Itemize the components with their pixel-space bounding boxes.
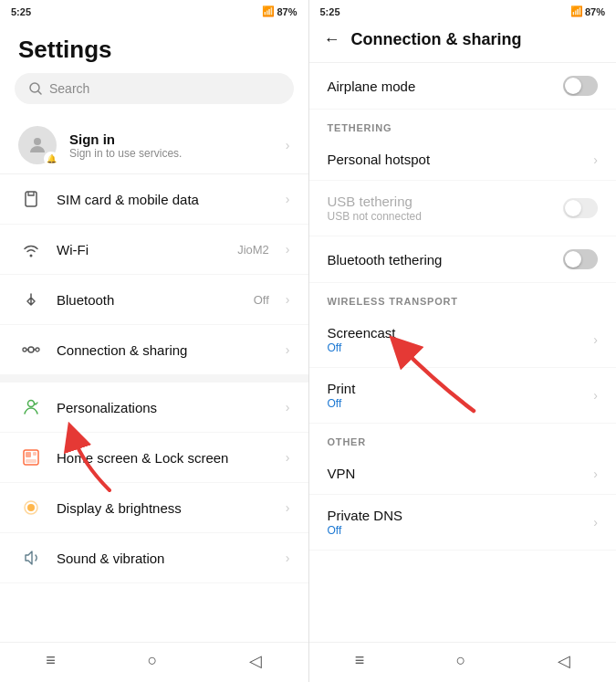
avatar: 🔔 xyxy=(18,126,57,164)
signal-icon-right: 📶 xyxy=(570,5,583,17)
right-panel: 5:25 📶 87% ← Connection & sharing Airpla… xyxy=(308,0,617,682)
settings-item-sim[interactable]: SIM card & mobile data › xyxy=(0,174,308,225)
search-bar[interactable]: Search xyxy=(15,73,294,104)
bell-badge: 🔔 xyxy=(44,152,58,166)
settings-title: Settings xyxy=(0,21,308,73)
search-icon xyxy=(29,82,42,95)
svg-rect-3 xyxy=(26,192,37,206)
status-bar-right: 5:25 📶 87% xyxy=(309,0,617,21)
sound-icon xyxy=(18,545,44,571)
airplane-toggle[interactable] xyxy=(563,76,598,96)
print-chevron: › xyxy=(593,388,598,403)
print-item[interactable]: Print Off › xyxy=(309,368,617,424)
vpn-item[interactable]: VPN › xyxy=(309,453,617,495)
search-placeholder: Search xyxy=(49,81,89,96)
left-content: Settings Search 🔔 Sign in Sign in to use… xyxy=(0,21,308,642)
usb-label: USB tethering xyxy=(328,194,564,209)
signin-desc: Sign in to use services. xyxy=(69,147,182,160)
bt-tethering-text: Bluetooth tethering xyxy=(328,252,564,268)
dns-label: Private DNS xyxy=(328,508,594,523)
bt-tethering-toggle[interactable] xyxy=(563,249,598,269)
settings-item-homescreen[interactable]: Home screen & Lock screen › xyxy=(0,433,308,483)
display-chevron: › xyxy=(286,500,290,515)
hotspot-item[interactable]: Personal hotspot › xyxy=(309,139,617,181)
display-icon xyxy=(18,495,44,520)
settings-item-display[interactable]: Display & brightness › xyxy=(0,483,308,533)
wifi-chevron: › xyxy=(286,242,290,257)
usb-sub: USB not connected xyxy=(328,210,564,223)
homescreen-chevron: › xyxy=(286,450,290,465)
svg-point-9 xyxy=(28,401,35,407)
battery-left: 87% xyxy=(277,6,297,17)
svg-rect-11 xyxy=(26,452,31,457)
bottom-nav-right: ≡ ○ ◁ xyxy=(309,642,617,682)
screencast-sub: Off xyxy=(328,341,594,354)
signal-icon: 📶 xyxy=(262,5,275,17)
usb-toggle[interactable] xyxy=(563,198,598,218)
connection-label: Connection & sharing xyxy=(57,342,273,358)
connection-icon xyxy=(18,337,44,362)
screencast-text: Screencast Off xyxy=(328,325,594,354)
battery-right: 87% xyxy=(585,6,605,17)
bottom-nav-left: ≡ ○ ◁ xyxy=(0,642,308,682)
nav-menu-left[interactable]: ≡ xyxy=(27,644,74,677)
vpn-chevron: › xyxy=(593,467,598,481)
homescreen-icon xyxy=(18,445,44,470)
personalizations-icon xyxy=(18,394,44,420)
settings-item-wifi[interactable]: Wi-Fi JioM2 › xyxy=(0,225,308,275)
nav-back-right[interactable]: ◁ xyxy=(539,644,589,678)
sim-icon xyxy=(18,186,44,212)
left-panel: 5:25 📶 87% Settings Search 🔔 xyxy=(0,0,308,682)
bt-tethering-item[interactable]: Bluetooth tethering xyxy=(309,236,617,283)
panel-header: ← Connection & sharing xyxy=(309,21,617,63)
sim-label: SIM card & mobile data xyxy=(57,192,273,207)
display-label: Display & brightness xyxy=(57,500,273,516)
screencast-label: Screencast xyxy=(328,325,594,341)
nav-menu-right[interactable]: ≡ xyxy=(337,644,383,677)
vpn-text: VPN xyxy=(328,466,594,481)
dns-sub: Off xyxy=(328,524,594,537)
screencast-item[interactable]: Screencast Off › xyxy=(309,312,617,368)
usb-text: USB tethering USB not connected xyxy=(328,194,564,223)
signin-name: Sign in xyxy=(69,131,182,147)
personalizations-label: Personalizations xyxy=(57,400,273,415)
bt-tethering-label: Bluetooth tethering xyxy=(328,252,564,268)
svg-line-1 xyxy=(38,91,41,94)
svg-point-4 xyxy=(28,347,34,352)
nav-home-left[interactable]: ○ xyxy=(130,644,176,677)
airplane-item[interactable]: Airplane mode xyxy=(309,63,617,110)
print-text: Print Off xyxy=(328,381,594,410)
settings-item-personalizations[interactable]: Personalizations › xyxy=(0,383,308,433)
other-header: OTHER xyxy=(309,424,617,453)
nav-back-left[interactable]: ◁ xyxy=(231,644,280,678)
usb-item[interactable]: USB tethering USB not connected xyxy=(309,181,617,236)
settings-item-sound[interactable]: Sound & vibration › xyxy=(0,533,308,583)
bluetooth-value: Off xyxy=(254,293,269,307)
hotspot-chevron: › xyxy=(593,152,598,167)
hotspot-label: Personal hotspot xyxy=(328,152,594,167)
svg-rect-12 xyxy=(33,452,37,456)
dns-text: Private DNS Off xyxy=(328,508,594,537)
dns-chevron: › xyxy=(593,515,598,530)
right-content: Airplane mode TETHERING Personal hotspot… xyxy=(309,63,617,642)
wifi-label: Wi-Fi xyxy=(57,242,224,257)
svg-point-6 xyxy=(36,348,39,351)
svg-point-14 xyxy=(27,504,35,511)
back-button[interactable]: ← xyxy=(324,30,340,49)
dns-item[interactable]: Private DNS Off › xyxy=(309,495,617,551)
status-bar-left: 5:25 📶 87% xyxy=(0,0,308,21)
status-icons-left: 📶 87% xyxy=(262,5,297,17)
signin-row[interactable]: 🔔 Sign in Sign in to use services. › xyxy=(0,117,308,174)
print-sub: Off xyxy=(328,397,594,410)
bluetooth-icon xyxy=(18,287,44,312)
wireless-header: WIRELESS TRANSPORT xyxy=(309,283,617,312)
airplane-label: Airplane mode xyxy=(328,79,564,94)
sound-chevron: › xyxy=(286,551,290,565)
homescreen-label: Home screen & Lock screen xyxy=(57,450,273,466)
settings-item-bluetooth[interactable]: Bluetooth Off › xyxy=(0,275,308,325)
bluetooth-chevron: › xyxy=(286,292,290,307)
svg-point-2 xyxy=(34,138,41,145)
settings-item-connection[interactable]: Connection & sharing › xyxy=(0,325,308,375)
nav-home-right[interactable]: ○ xyxy=(438,644,485,677)
signin-text: Sign in Sign in to use services. xyxy=(69,131,182,160)
